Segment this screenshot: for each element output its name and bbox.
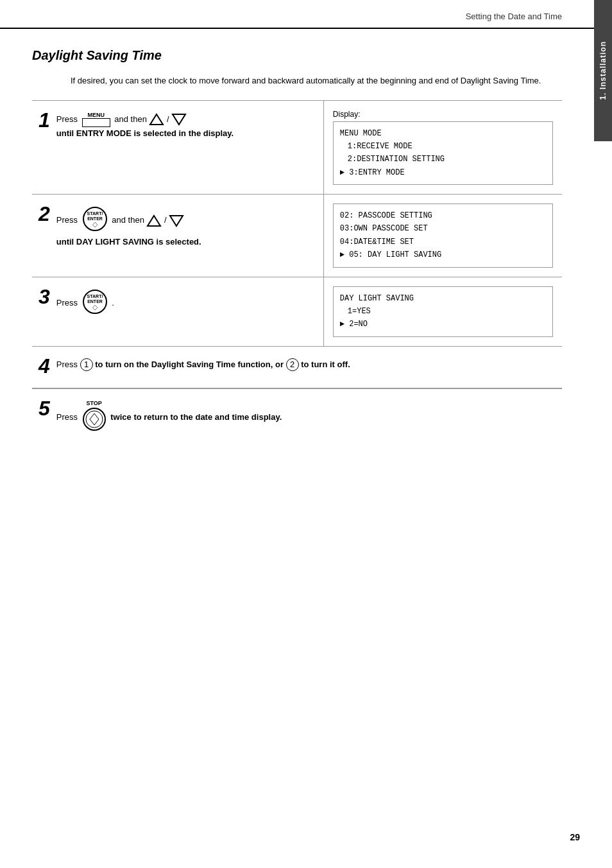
- svg-point-12: [83, 408, 105, 430]
- page-header: Setting the Date and Time: [0, 0, 594, 29]
- step-4-number: 4: [38, 356, 50, 376]
- step-4-content: Press 1 to turn on the Daylight Saving T…: [56, 358, 549, 372]
- section-title: Daylight Saving Time: [32, 48, 562, 63]
- display-box-2: 02: PASSCODE SETTING 03:OWN PASSCODE SET…: [333, 204, 553, 268]
- number-circle-1: 1: [80, 358, 93, 371]
- display-line-1-3: ► 3:ENTRY MODE: [340, 166, 546, 179]
- step-5-bold: twice to return to the date and time dis…: [110, 412, 282, 422]
- display-box-3: DAY LIGHT SAVING 1=YES ► 2=NO: [333, 286, 553, 337]
- svg-text:◇: ◇: [92, 303, 98, 311]
- svg-marker-6: [148, 216, 160, 226]
- step-2-number: 2: [38, 204, 50, 224]
- side-tab-label: 1. Installation: [599, 41, 608, 100]
- step-2-content: Press START/ ENTER ◇ and then: [56, 206, 310, 248]
- step-row-2: 2 Press START/ ENTER ◇ and then: [32, 195, 562, 277]
- stop-label: STOP: [82, 401, 106, 406]
- svg-text:START/: START/: [87, 211, 103, 216]
- svg-marker-0: [150, 114, 163, 125]
- arrow-down-icon: [171, 113, 187, 126]
- menu-button-box: [82, 118, 110, 127]
- step-row-1: 1 Press MENU and then /: [32, 100, 562, 195]
- svg-marker-14: [90, 413, 99, 425]
- svg-text:START/: START/: [87, 294, 103, 299]
- svg-text:◇: ◇: [92, 220, 98, 228]
- arrow-down-icon-2: [169, 214, 184, 227]
- display-line-2-1: 03:OWN PASSCODE SET: [340, 222, 546, 235]
- step-1-number: 1: [38, 110, 50, 130]
- intro-text: If desired, you can set the clock to mov…: [71, 74, 562, 87]
- step-1-left: 1 Press MENU and then /: [32, 100, 323, 195]
- svg-marker-1: [173, 114, 185, 125]
- step-3-number: 3: [38, 286, 50, 307]
- step-4-full: 4 Press 1 to turn on the Daylight Saving…: [32, 346, 562, 388]
- step-1-content: Press MENU and then /: [56, 112, 310, 140]
- steps-table: 1 Press MENU and then /: [32, 100, 562, 388]
- arrow-up-icon-2: [146, 214, 162, 227]
- main-content: Daylight Saving Time If desired, you can…: [0, 29, 594, 459]
- display-line-2-2: 04:DATE&TIME SET: [340, 236, 546, 248]
- menu-button-wrapper: MENU: [82, 112, 110, 127]
- step-row-4: 4 Press 1 to turn on the Daylight Saving…: [32, 346, 562, 388]
- menu-label-text: MENU: [82, 112, 110, 118]
- step-2-bold: until DAY LIGHT SAVING is selected.: [56, 237, 201, 247]
- step-2-left: 2 Press START/ ENTER ◇ and then: [32, 195, 323, 277]
- display-line-1-1: 1:RECEIVE MODE: [348, 140, 546, 153]
- step-2-right: 02: PASSCODE SETTING 03:OWN PASSCODE SET…: [323, 195, 562, 277]
- step-5-content: Press STOP twice to return to the date a…: [56, 401, 556, 435]
- display-line-3-0: DAY LIGHT SAVING: [340, 292, 546, 305]
- display-line-2-3: ► 05: DAY LIGHT SAVING: [340, 248, 546, 261]
- stop-button: STOP: [82, 401, 106, 435]
- display-label-1: Display:: [333, 110, 553, 119]
- header-title: Setting the Date and Time: [466, 12, 562, 21]
- step-3-left: 3 Press START/ ENTER ◇ .: [32, 277, 323, 346]
- step-5-number: 5: [38, 398, 50, 419]
- svg-marker-7: [170, 216, 183, 226]
- step-1-bold: until ENTRY MODE is selected in the disp…: [56, 128, 234, 138]
- number-circle-2: 2: [286, 358, 299, 371]
- start-enter-button-1: START/ ENTER ◇: [82, 206, 108, 236]
- step-1-right: Display: MENU MODE 1:RECEIVE MODE 2:DEST…: [323, 100, 562, 195]
- display-line-2-0: 02: PASSCODE SETTING: [340, 209, 546, 222]
- display-line-3-1: 1=YES: [348, 305, 546, 318]
- step-4-bold-1: to turn on the Daylight Saving Time func…: [95, 360, 285, 369]
- display-line-1-0: MENU MODE: [340, 127, 546, 140]
- arrow-up-icon: [149, 113, 164, 126]
- step-row-3: 3 Press START/ ENTER ◇ .: [32, 277, 562, 346]
- stop-circle: [82, 407, 106, 431]
- step-3-content: Press START/ ENTER ◇ .: [56, 289, 310, 318]
- display-box-1: MENU MODE 1:RECEIVE MODE 2:DESTINATION S…: [333, 121, 553, 186]
- step-5-row: 5 Press STOP twice to return to the date…: [32, 389, 562, 447]
- page-number: 29: [570, 832, 580, 842]
- display-line-3-2: ► 2=NO: [340, 318, 546, 331]
- step-3-right: DAY LIGHT SAVING 1=YES ► 2=NO: [323, 277, 562, 346]
- start-enter-circle-1: START/ ENTER ◇: [82, 206, 108, 232]
- display-line-1-2: 2:DESTINATION SETTING: [348, 153, 546, 166]
- start-enter-button-2: START/ ENTER ◇: [82, 289, 108, 318]
- start-enter-circle-2: START/ ENTER ◇: [82, 289, 108, 315]
- side-tab: 1. Installation: [594, 0, 612, 141]
- step-4-bold-2: to turn it off.: [301, 360, 350, 369]
